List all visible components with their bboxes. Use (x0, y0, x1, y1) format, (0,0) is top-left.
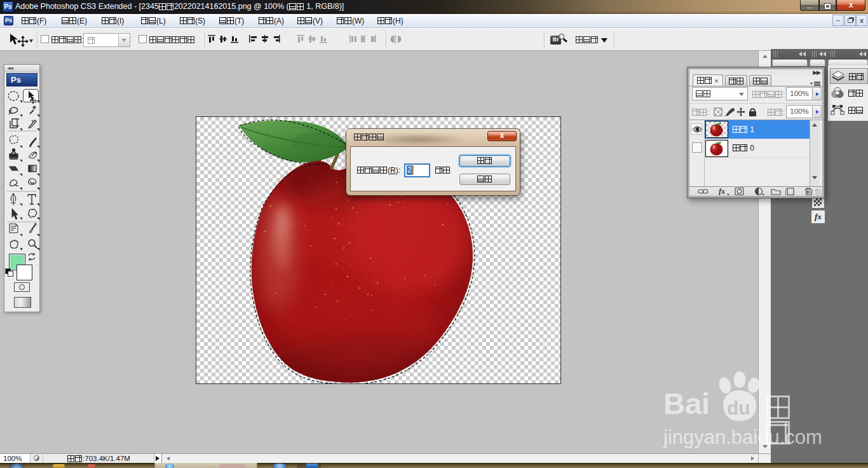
svg-text:du: du (727, 397, 750, 418)
svg-text:fx: fx (719, 188, 725, 195)
